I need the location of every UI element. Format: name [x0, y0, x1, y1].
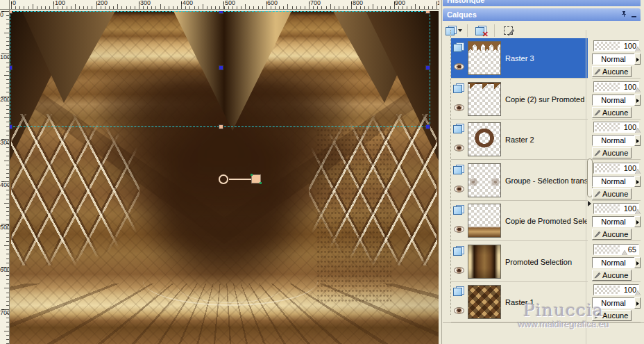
ruler-label: 0: [12, 0, 16, 6]
app-window: 0 100 200 300 400 500 600 700 800 900 10…: [0, 0, 644, 344]
blend-mode-dropdown[interactable]: Normal: [592, 95, 635, 106]
artwork-arc: [178, 270, 283, 303]
opacity-slider[interactable]: 100: [593, 40, 639, 51]
visibility-eye-icon[interactable]: [454, 104, 464, 111]
visibility-eye-icon[interactable]: [454, 186, 464, 193]
history-panel-title: Historique: [447, 0, 484, 4]
opacity-slider-thumb[interactable]: [635, 88, 641, 92]
ruler-label: 700: [310, 0, 321, 6]
layer-row-raster-3[interactable]: Raster 3: [451, 38, 588, 79]
link-group-label: Aucune: [602, 229, 628, 239]
link-group-button[interactable]: Aucune: [592, 147, 632, 158]
blend-mode-dropdown[interactable]: Normal: [592, 257, 635, 268]
brush-icon: [594, 312, 601, 319]
blend-mode-arrow-icon[interactable]: [634, 135, 641, 146]
pivot-rotation-line: [229, 179, 251, 180]
link-group-label: Aucune: [602, 108, 628, 117]
visibility-eye-icon[interactable]: [454, 307, 464, 314]
ruler-label: 800: [353, 0, 363, 6]
ruler-label: 400: [183, 0, 193, 6]
canvas-artwork[interactable]: [10, 11, 439, 344]
group-layer-icon: [453, 165, 464, 174]
brush-icon: [594, 190, 601, 197]
transform-handle-bottom-center[interactable]: [219, 124, 223, 129]
rotation-handle[interactable]: [251, 174, 261, 183]
ruler-label: 200: [97, 0, 108, 6]
blend-mode-dropdown[interactable]: Normal: [592, 135, 635, 146]
raster-layer-icon: [453, 286, 464, 296]
pivot-point-handle[interactable]: [219, 174, 228, 184]
opacity-slider[interactable]: 100: [593, 284, 639, 295]
minimize-icon[interactable]: [632, 16, 636, 17]
transform-handle-center[interactable]: [219, 65, 223, 70]
link-group-button[interactable]: Aucune: [592, 107, 632, 118]
link-group-label: Aucune: [602, 148, 628, 158]
raster-layer-icon: [453, 42, 464, 52]
history-panel-titlebar[interactable]: Historique: [443, 0, 641, 6]
link-group-button[interactable]: Aucune: [592, 66, 632, 77]
layer-thumbnail[interactable]: [468, 285, 501, 319]
blend-mode-arrow-icon[interactable]: [634, 297, 641, 309]
opacity-slider[interactable]: 100: [593, 163, 639, 174]
blend-mode-arrow-icon[interactable]: [634, 257, 641, 268]
opacity-slider[interactable]: 65: [593, 244, 639, 255]
layer-thumbnail[interactable]: [468, 82, 501, 116]
layers-list: Raster 3 Copie (2) sur Promoted Sele Ras…: [450, 30, 587, 315]
visibility-eye-icon[interactable]: [454, 226, 464, 233]
layer-row-raster-2[interactable]: Raster 2: [451, 120, 588, 160]
layer-row-copie-2[interactable]: Copie (2) sur Promoted Sele: [451, 79, 588, 120]
layer-controls: 65 Normal Aucune: [592, 242, 641, 282]
layer-row-copie-de-promoted[interactable]: Copie de Promoted Selection: [451, 201, 588, 241]
panel-divider: [443, 322, 644, 323]
blend-mode-dropdown[interactable]: Normal: [592, 216, 635, 227]
layer-thumbnail[interactable]: [468, 245, 501, 279]
opacity-slider-thumb[interactable]: [635, 169, 641, 174]
transform-handle-mid-right[interactable]: [425, 65, 430, 70]
ruler-label: 0: [0, 12, 9, 18]
layers-panel-titlebar[interactable]: Calques: [443, 8, 641, 21]
layer-thumbnail[interactable]: [468, 122, 501, 156]
transform-handle-top-right[interactable]: [425, 11, 430, 14]
transform-handle-bottom-left[interactable]: [10, 124, 12, 129]
blend-mode-arrow-icon[interactable]: [634, 54, 641, 65]
opacity-slider-thumb[interactable]: [635, 209, 641, 214]
opacity-slider-thumb[interactable]: [622, 250, 627, 255]
transform-handle-top-left[interactable]: [10, 11, 12, 14]
opacity-slider-thumb[interactable]: [635, 47, 641, 51]
docked-panels: Historique Calques ✕: [441, 0, 644, 344]
link-group-button[interactable]: Aucune: [592, 270, 632, 281]
opacity-slider-thumb[interactable]: [635, 128, 641, 133]
blend-mode-arrow-icon[interactable]: [634, 176, 641, 187]
link-group-button[interactable]: Aucune: [592, 310, 632, 321]
opacity-slider-thumb[interactable]: [635, 290, 641, 295]
blend-mode-dropdown[interactable]: Normal: [592, 54, 635, 65]
visibility-eye-icon[interactable]: [454, 145, 464, 151]
transform-handle-mid-left[interactable]: [10, 65, 12, 70]
link-group-button[interactable]: Aucune: [592, 229, 632, 240]
ruler-horizontal: 0 100 200 300 400 500 600 700 800 900 10…: [10, 0, 439, 10]
visibility-eye-icon[interactable]: [454, 267, 464, 274]
layer-row-promoted-selection[interactable]: Promoted Selection: [451, 242, 588, 282]
blend-mode-arrow-icon[interactable]: [634, 95, 641, 106]
opacity-slider[interactable]: 100: [593, 81, 639, 92]
opacity-slider[interactable]: 100: [593, 122, 639, 133]
visibility-eye-icon[interactable]: [454, 63, 464, 70]
blend-mode-dropdown[interactable]: Normal: [592, 176, 635, 187]
opacity-value: 65: [628, 245, 636, 254]
layer-controls: 100 Normal Aucune: [592, 38, 641, 79]
pin-icon[interactable]: [620, 10, 627, 17]
layer-row-groupe[interactable]: Groupe - Sélection transform: [451, 161, 588, 201]
blend-mode-dropdown[interactable]: Normal: [592, 297, 635, 309]
transform-handle-bottom-right[interactable]: [425, 124, 430, 129]
ruler-label: 300: [140, 0, 151, 6]
splitter-collapse-arrow-icon[interactable]: [588, 201, 591, 206]
layer-name: Raster 3: [505, 54, 587, 63]
layer-thumbnail[interactable]: [468, 204, 501, 238]
layer-thumbnail[interactable]: [468, 163, 501, 197]
opacity-slider[interactable]: 100: [593, 203, 639, 214]
link-group-button[interactable]: Aucune: [592, 188, 632, 199]
blend-mode-arrow-icon[interactable]: [634, 216, 641, 227]
layer-row-raster-1[interactable]: Raster 1: [451, 282, 588, 322]
layer-thumbnail[interactable]: [468, 41, 501, 75]
transform-handle-top-center[interactable]: [219, 11, 223, 14]
